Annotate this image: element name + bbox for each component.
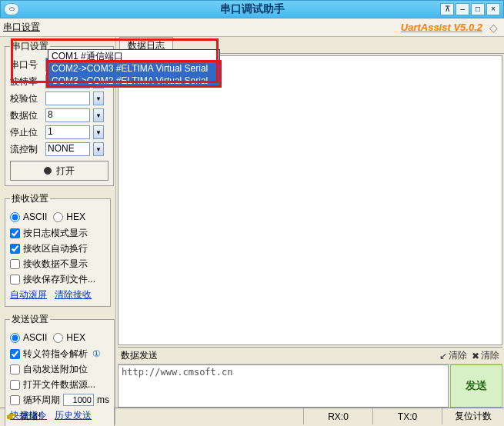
send-escape-check[interactable]: 转义符指令解析① — [10, 346, 109, 361]
send-ascii-radio[interactable]: ASCII — [10, 330, 47, 345]
port-dropdown-list[interactable]: COM1 #通信端口 COM2->COM3 #ELTIMA Virtual Se… — [48, 49, 220, 88]
recv-log-mode-check[interactable]: 按日志模式显示 — [10, 225, 105, 241]
recv-hide-check[interactable]: 接收数据不显示 — [10, 256, 105, 271]
recv-settings-group: 接收设置 ASCII HEX 按日志模式显示 接收区自动换行 接收数据不显示 接… — [5, 192, 111, 307]
parity-select[interactable] — [45, 92, 90, 105]
diamond-icon[interactable]: ◇ — [489, 22, 498, 34]
log-area[interactable] — [118, 55, 502, 345]
send-autoappend-check[interactable]: 自动发送附加位 — [10, 361, 109, 377]
port-option-1[interactable]: COM2->COM3 #ELTIMA Virtual Serial — [48, 62, 219, 75]
open-status-dot-icon — [44, 167, 52, 175]
window-title: 串口调试助手 — [220, 2, 285, 16]
parity-dropdown-icon[interactable]: ▼ — [93, 92, 104, 105]
right-panel: 数据日志 数据发送 ↙ 清除 ✖ 清除 http://www.cmsoft.cn… — [115, 37, 504, 408]
recv-ascii-radio[interactable]: ASCII — [10, 209, 47, 225]
titlebar: ⬭ 串口调试助手 ⊼ – □ × — [0, 0, 504, 18]
statusbar: 🖝 就绪! RX:0 TX:0 复位计数 — [0, 408, 504, 424]
stopbits-select[interactable]: 1 — [45, 125, 90, 139]
send-legend: 发送设置 — [10, 313, 50, 326]
send-button[interactable]: 发送 — [450, 364, 502, 408]
port-settings-legend: 串口设置 — [10, 40, 50, 53]
port-label: 串口号 — [10, 58, 42, 72]
parity-label: 校验位 — [10, 92, 42, 105]
port-option-2[interactable]: COM3->COM2 #ELTIMA Virtual Serial — [48, 75, 219, 87]
clear-input-button[interactable]: ↙ 清除 — [439, 349, 467, 362]
cycle-input[interactable] — [63, 394, 94, 406]
status-ready: 就绪! — [20, 410, 41, 423]
send-cycle-check[interactable]: 循环周期 ms — [10, 392, 109, 408]
send-area: 数据发送 ↙ 清除 ✖ 清除 http://www.cmsoft.cn 发送 — [118, 347, 502, 408]
recv-autowrap-check[interactable]: 接收区自动换行 — [10, 241, 105, 256]
baud-label: 波特率 — [10, 75, 42, 88]
clear-send-button[interactable]: ✖ 清除 — [472, 349, 499, 362]
stopbits-label: 停止位 — [10, 126, 42, 139]
minimize-button[interactable]: – — [456, 3, 469, 15]
status-tx: TX:0 — [373, 408, 442, 424]
left-panel: 串口设置 串口号 al Port ▼ 波特率 ▼ 校验位 ▼ 数据位 8 ▼ — [0, 37, 115, 408]
port-option-0[interactable]: COM1 #通信端口 — [48, 50, 219, 62]
recv-save-check[interactable]: 接收保存到文件... — [10, 271, 105, 287]
sys-menu-icon[interactable]: ⬭ — [4, 3, 19, 15]
help-icon[interactable]: ① — [92, 348, 101, 359]
brand-link[interactable]: UartAssist V5.0.2 — [401, 22, 482, 33]
tool-port-settings[interactable]: 串口设置 — [3, 21, 40, 34]
toolbar: 串口设置 xx UartAssist V5.0.2 ◇ — [0, 18, 504, 37]
flow-select[interactable]: NONE — [45, 142, 90, 156]
databits-label: 数据位 — [10, 109, 42, 122]
recv-hex-radio[interactable]: HEX — [53, 209, 85, 225]
send-header-label: 数据发送 — [121, 349, 158, 362]
reset-count-button[interactable]: 复位计数 — [442, 408, 504, 424]
maximize-button[interactable]: □ — [471, 3, 485, 15]
open-button-label: 打开 — [56, 165, 75, 178]
recv-legend: 接收设置 — [10, 192, 50, 205]
status-ready-icon: 🖝 — [6, 411, 17, 423]
stopbits-dropdown-icon[interactable]: ▼ — [93, 125, 104, 139]
send-hex-radio[interactable]: HEX — [53, 330, 85, 345]
close-button[interactable]: × — [486, 3, 500, 15]
send-openfile-check[interactable]: 打开文件数据源... — [10, 377, 109, 392]
flow-dropdown-icon[interactable]: ▼ — [93, 142, 104, 156]
send-input[interactable]: http://www.cmsoft.cn — [118, 364, 449, 408]
auto-scroll-link[interactable]: 自动滚屏 — [10, 288, 47, 301]
databits-dropdown-icon[interactable]: ▼ — [93, 108, 104, 122]
status-rx: RX:0 — [304, 408, 373, 424]
flow-label: 流控制 — [10, 143, 42, 156]
clear-recv-link[interactable]: 清除接收 — [55, 288, 92, 301]
pin-icon[interactable]: ⊼ — [440, 3, 454, 15]
databits-select[interactable]: 8 — [45, 108, 90, 122]
open-port-button[interactable]: 打开 — [10, 161, 108, 181]
